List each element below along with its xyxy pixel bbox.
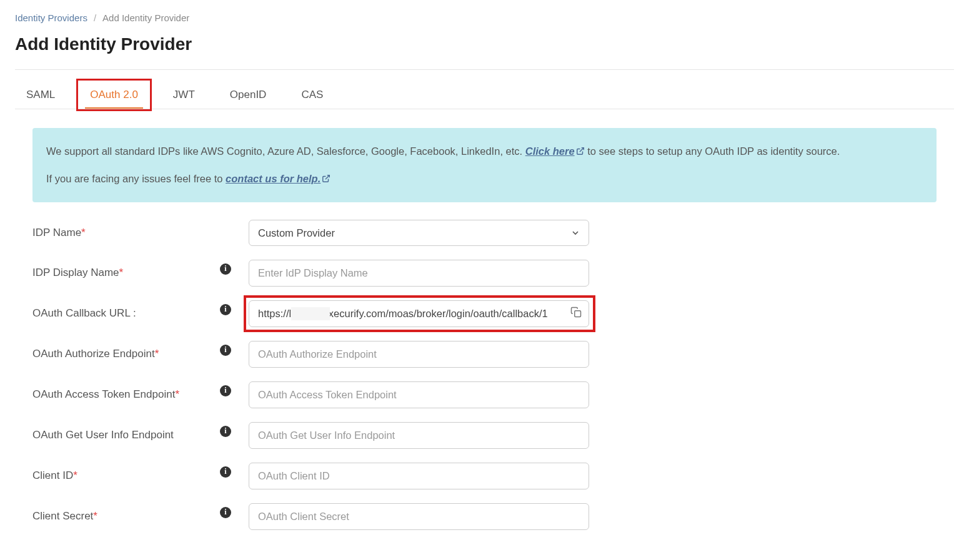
breadcrumb-parent-link[interactable]: Identity Providers	[15, 12, 87, 23]
info-icon[interactable]: i	[220, 304, 231, 315]
breadcrumb-current: Add Identity Provider	[102, 12, 189, 23]
breadcrumb: Identity Providers / Add Identity Provid…	[15, 12, 954, 23]
tab-jwt[interactable]: JWT	[162, 81, 206, 109]
row-client-id: Client ID* i	[32, 463, 937, 489]
user-info-endpoint-input[interactable]	[249, 422, 589, 449]
row-idp-display-name: IDP Display Name* i	[32, 260, 937, 287]
tab-openid[interactable]: OpenID	[219, 81, 278, 109]
banner-line-2: If you are facing any issues feel free t…	[46, 170, 923, 187]
page-title: Add Identity Provider	[15, 34, 954, 54]
svg-line-1	[325, 175, 329, 179]
info-banner: We support all standard IDPs like AWS Co…	[32, 128, 937, 202]
authorize-endpoint-input[interactable]	[249, 341, 589, 368]
tab-content: We support all standard IDPs like AWS Co…	[15, 109, 954, 530]
client-secret-input[interactable]	[249, 503, 589, 530]
info-icon[interactable]: i	[220, 507, 231, 518]
banner-text-1b: to see steps to setup any OAuth IDP as i…	[585, 145, 840, 157]
svg-rect-2	[575, 311, 581, 317]
row-access-token-endpoint: OAuth Access Token Endpoint* i	[32, 381, 937, 408]
info-icon[interactable]: i	[220, 466, 231, 478]
row-user-info-endpoint: OAuth Get User Info Endpoint i	[32, 422, 937, 449]
label-user-info-endpoint: OAuth Get User Info Endpoint	[32, 429, 220, 441]
info-icon[interactable]: i	[220, 385, 231, 396]
client-id-input[interactable]	[249, 463, 589, 489]
label-idp-display-name: IDP Display Name*	[32, 267, 220, 279]
label-authorize-endpoint: OAuth Authorize Endpoint*	[32, 348, 220, 360]
breadcrumb-separator: /	[94, 12, 96, 23]
label-client-id: Client ID*	[32, 469, 220, 482]
tabs-container: SAML OAuth 2.0 JWT OpenID CAS	[15, 70, 954, 109]
row-authorize-endpoint: OAuth Authorize Endpoint* i	[32, 341, 937, 368]
info-icon[interactable]: i	[220, 426, 231, 437]
tab-cas[interactable]: CAS	[290, 81, 334, 109]
callback-url-input[interactable]	[249, 300, 589, 327]
external-link-icon	[576, 147, 585, 155]
label-client-secret: Client Secret*	[32, 510, 220, 523]
tab-saml[interactable]: SAML	[15, 81, 66, 109]
banner-line-1: We support all standard IDPs like AWS Co…	[46, 143, 923, 159]
row-callback-url: OAuth Callback URL : i	[32, 300, 937, 327]
label-idp-name: IDP Name*	[32, 227, 220, 239]
banner-text-2a: If you are facing any issues feel free t…	[46, 173, 226, 184]
info-icon[interactable]: i	[220, 263, 231, 275]
click-here-link[interactable]: Click here	[525, 145, 585, 157]
row-client-secret: Client Secret* i	[32, 503, 937, 530]
idp-name-select[interactable]: Custom Provider	[249, 220, 589, 246]
info-icon[interactable]: i	[220, 345, 231, 356]
tab-oauth[interactable]: OAuth 2.0	[79, 81, 149, 109]
access-token-endpoint-input[interactable]	[249, 381, 589, 408]
external-link-icon	[322, 174, 330, 183]
svg-line-0	[579, 148, 583, 152]
idp-display-name-input[interactable]	[249, 260, 589, 287]
label-callback-url: OAuth Callback URL :	[32, 307, 220, 320]
contact-us-link[interactable]: contact us for help.	[226, 173, 330, 184]
copy-icon[interactable]	[570, 307, 582, 320]
label-access-token-endpoint: OAuth Access Token Endpoint*	[32, 388, 220, 401]
row-idp-name: IDP Name* Custom Provider	[32, 220, 937, 246]
banner-text-1a: We support all standard IDPs like AWS Co…	[46, 145, 525, 157]
